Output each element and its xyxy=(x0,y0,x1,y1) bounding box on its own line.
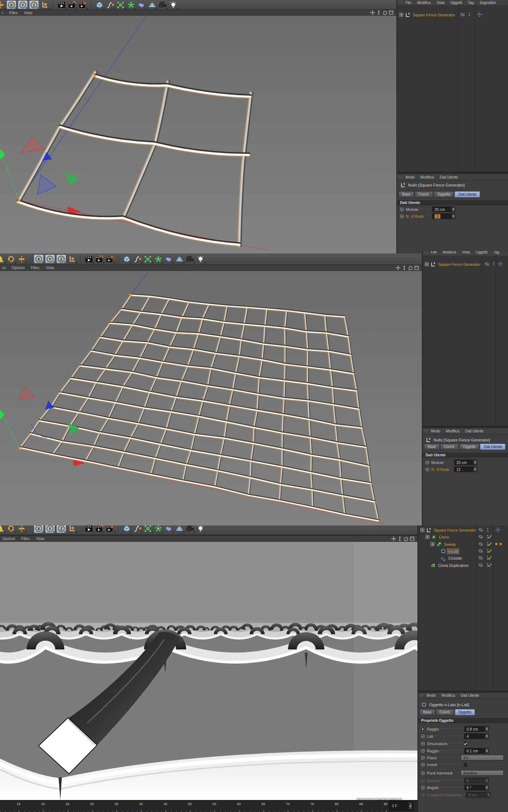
camera-icon[interactable] xyxy=(185,525,195,533)
tab-oggetto[interactable]: Oggetto xyxy=(455,709,475,715)
subdivision-surface-icon[interactable] xyxy=(143,525,153,533)
zoom-view-icon[interactable] xyxy=(402,265,407,271)
stepper-down-arrow[interactable] xyxy=(486,736,488,738)
rotate-tool-icon[interactable] xyxy=(6,255,16,264)
floor-grid-icon[interactable] xyxy=(174,525,185,533)
om-menu-item[interactable]: File xyxy=(431,251,437,254)
lock-y-button[interactable]: Y xyxy=(45,255,55,263)
lock-z-button[interactable]: Z xyxy=(56,255,66,263)
maximize-view-icon[interactable] xyxy=(410,536,415,542)
floor-grid-icon[interactable] xyxy=(147,0,157,9)
tab-oggetto[interactable]: Oggetto xyxy=(434,191,454,197)
tab-coord-[interactable]: Coord. xyxy=(436,709,454,715)
enabled-check-icon[interactable] xyxy=(487,562,493,568)
coordinate-system-icon[interactable] xyxy=(67,255,77,264)
subdivision-surface-icon[interactable] xyxy=(115,0,126,9)
am-menu-item[interactable]: Modifica xyxy=(446,429,459,433)
viewport-menu-item[interactable]: ra xyxy=(2,265,5,270)
value-stepper[interactable] xyxy=(473,467,477,472)
stepper-up-arrow[interactable] xyxy=(474,461,476,462)
lock-x-button[interactable]: X xyxy=(34,255,44,263)
layer-square-icon[interactable] xyxy=(478,534,484,540)
value-stepper[interactable] xyxy=(485,785,488,790)
light-icon[interactable] xyxy=(168,0,179,9)
render-region-icon[interactable] xyxy=(94,255,105,264)
cube-primitive-icon[interactable] xyxy=(121,525,132,533)
rotate-view-icon[interactable] xyxy=(404,536,408,542)
panel-splitter[interactable] xyxy=(423,426,508,428)
value-stepper[interactable] xyxy=(485,734,488,739)
stepper-up-arrow[interactable] xyxy=(488,793,490,795)
subdivision-surface-icon[interactable] xyxy=(143,255,153,264)
array-generator-icon[interactable] xyxy=(126,0,136,9)
enabled-check-icon[interactable] xyxy=(487,555,493,561)
object-tree-row[interactable]: Clona Duplicatore xyxy=(418,562,508,569)
viewport-menu-item[interactable]: Opzioni xyxy=(2,536,15,541)
camera-icon[interactable] xyxy=(157,0,168,9)
value-stepper[interactable] xyxy=(485,727,488,731)
zoom-view-icon[interactable] xyxy=(376,10,381,16)
tab-oggetto[interactable]: Oggetto xyxy=(459,444,480,450)
lock-x-button[interactable]: X xyxy=(7,0,16,9)
checkbox-unchecked[interactable] xyxy=(463,762,468,767)
tab-dati-utente[interactable]: Dati Utente xyxy=(455,191,480,197)
object-tree-row[interactable]: Clona xyxy=(418,533,508,540)
viewport-3-closeup[interactable] xyxy=(0,542,417,800)
viewport-menu-item[interactable]: Vista xyxy=(24,11,32,15)
am-menu-item[interactable]: Modo xyxy=(427,693,436,697)
stepper-down-arrow[interactable] xyxy=(474,463,476,464)
om-menu-item[interactable]: Tag xyxy=(468,1,474,5)
enabled-check-icon[interactable] xyxy=(487,548,493,554)
lock-y-button[interactable]: Y xyxy=(18,0,28,9)
animation-circle-icon[interactable] xyxy=(425,460,429,465)
animation-circle-icon[interactable] xyxy=(421,749,425,753)
frame-stepper[interactable] xyxy=(409,802,412,809)
om-menu-item[interactable]: File xyxy=(405,1,411,5)
camera-icon[interactable] xyxy=(185,255,195,264)
stepper-down-arrow[interactable] xyxy=(474,469,476,471)
numeric-field[interactable]: 0.1 cm xyxy=(464,748,489,753)
tab-coord-[interactable]: Coord. xyxy=(440,444,459,450)
om-menu-item[interactable]: Vista xyxy=(462,251,470,254)
value-stepper[interactable] xyxy=(473,460,477,465)
om-menu-item[interactable]: Oggetti xyxy=(476,251,487,254)
animation-circle-icon[interactable] xyxy=(421,771,425,775)
numeric-field[interactable]: 8 xyxy=(464,778,489,783)
tab-dati-utente[interactable]: Dati Utente xyxy=(480,444,505,450)
spline-pen-icon[interactable] xyxy=(132,525,143,533)
stepper-up-arrow[interactable] xyxy=(452,208,455,209)
rotate-view-icon[interactable] xyxy=(408,265,413,271)
pan-view-icon[interactable] xyxy=(396,265,400,271)
expander-icon[interactable] xyxy=(431,542,435,546)
pan-view-icon[interactable] xyxy=(370,10,375,16)
value-stepper[interactable] xyxy=(452,207,455,212)
layer-square-icon[interactable] xyxy=(460,12,465,17)
viewport-menu-item[interactable]: Filtro xyxy=(21,536,30,541)
array-generator-icon[interactable] xyxy=(153,255,164,264)
stepper-down-arrow[interactable] xyxy=(452,216,455,218)
layer-square-icon[interactable] xyxy=(478,527,484,533)
animation-circle-icon[interactable] xyxy=(421,734,425,739)
layer-square-icon[interactable] xyxy=(478,548,484,554)
animation-circle-icon[interactable] xyxy=(400,214,404,219)
selection-tool-icon[interactable] xyxy=(0,525,6,533)
coordinate-system-icon[interactable] xyxy=(40,0,50,9)
stepper-up-arrow[interactable] xyxy=(486,735,488,736)
am-menu-item[interactable]: Modifica xyxy=(420,175,434,179)
dropdown-field[interactable]: XY xyxy=(461,755,504,760)
render-view-icon[interactable] xyxy=(84,255,94,264)
keyframe-box-icon[interactable] xyxy=(421,727,425,731)
value-stepper[interactable] xyxy=(485,748,488,753)
expander-icon[interactable] xyxy=(399,13,403,17)
stepper-down-arrow[interactable] xyxy=(486,751,488,752)
lock-z-button[interactable]: Z xyxy=(56,525,66,533)
spline-pen-icon[interactable] xyxy=(105,0,115,9)
viewport-1-perspective[interactable] xyxy=(0,16,396,254)
numeric-field[interactable]: 0.8 cm xyxy=(464,726,489,732)
stepper-up-arrow[interactable] xyxy=(486,749,488,751)
value-stepper[interactable] xyxy=(487,792,490,797)
selection-tool-icon[interactable] xyxy=(0,255,6,264)
rotate-tool-icon[interactable] xyxy=(6,525,16,533)
metaball-icon[interactable] xyxy=(164,255,174,264)
move-tool-icon[interactable] xyxy=(16,525,27,533)
